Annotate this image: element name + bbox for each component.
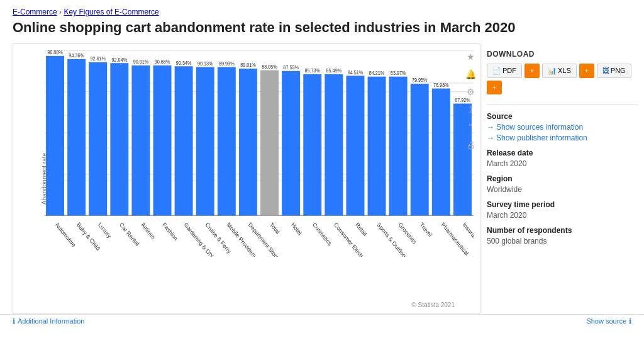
svg-text:Fashion: Fashion (162, 221, 179, 242)
survey-period-section: Survey time period March 2020 (487, 200, 638, 220)
release-date-value: March 2020 (487, 159, 638, 168)
svg-text:96.88%: 96.88% (47, 50, 63, 55)
print-icon[interactable]: 🖨 (464, 138, 477, 151)
xls-label: XLS (558, 67, 571, 74)
svg-text:79.95%: 79.95% (412, 77, 428, 83)
svg-text:89.01%: 89.01% (240, 62, 256, 68)
bar-travel[interactable] (411, 84, 429, 215)
statista-credit: © Statista 2021 (411, 302, 455, 308)
breadcrumb: E-Commerce › Key Figures of E-Commerce (0, 0, 644, 19)
svg-text:88.05%: 88.05% (262, 64, 277, 70)
sidebar: DOWNLOAD 📄 PDF + 📊 XLS + 🖼 PNG + (487, 43, 638, 314)
bell-icon[interactable]: 🔔 (464, 68, 477, 81)
svg-text:Cosmetics: Cosmetics (311, 221, 333, 247)
survey-period-label: Survey time period (487, 200, 638, 209)
svg-text:94.36%: 94.36% (69, 52, 84, 59)
svg-text:90.91%: 90.91% (133, 59, 149, 65)
svg-text:Total: Total (269, 221, 280, 235)
bar-groceries[interactable] (389, 76, 408, 215)
bar-luxury[interactable] (89, 62, 107, 215)
bar-gardening[interactable] (175, 66, 193, 215)
bar-airlines[interactable] (131, 65, 150, 215)
svg-text:Car Rental: Car Rental (119, 221, 140, 247)
settings-icon[interactable]: ⚙ (464, 86, 477, 98)
share-icon[interactable]: ⤴ (464, 103, 477, 116)
bar-consumer-elec[interactable] (325, 74, 343, 215)
source-section: Source Show sources information Show pub… (487, 112, 638, 142)
region-section: Region Worldwide (487, 174, 638, 194)
pdf-icon: 📄 (492, 67, 501, 75)
svg-text:84.51%: 84.51% (348, 69, 364, 76)
breadcrumb-separator: › (59, 8, 62, 16)
svg-text:Retail: Retail (355, 221, 368, 237)
additional-info-link[interactable]: ℹ Additional Information (13, 317, 84, 325)
show-sources-link[interactable]: Show sources information (487, 123, 638, 132)
png-icon: 🖼 (602, 67, 609, 74)
bar-cosmetics[interactable] (303, 74, 321, 215)
quote-icon[interactable]: " (464, 121, 477, 133)
bars-svg: 0% 25% 50% 75% 100% 125% 96.88% 94.36% 9… (45, 50, 474, 257)
star-icon[interactable]: ★ (464, 50, 477, 63)
bar-dept-store[interactable] (239, 69, 257, 215)
png-plus-button[interactable]: + (487, 81, 502, 94)
release-date-label: Release date (487, 149, 638, 157)
bar-car-rental[interactable] (110, 63, 128, 215)
show-source-label: Show source (586, 317, 626, 325)
breadcrumb-link2[interactable]: Key Figures of E-Commerce (64, 8, 158, 16)
bar-cruise[interactable] (196, 67, 214, 215)
bar-mobile[interactable] (218, 67, 236, 215)
svg-text:92.61%: 92.61% (90, 55, 106, 62)
svg-text:Consumer Electronics: Consumer Electronics (333, 221, 374, 257)
svg-text:Groceries: Groceries (397, 221, 418, 246)
region-label: Region (487, 174, 638, 183)
pdf-plus-button[interactable]: + (525, 64, 540, 78)
bar-fashion[interactable] (153, 65, 172, 215)
download-title: DOWNLOAD (487, 50, 638, 59)
chart-container: Abandonment rate 0% 25% 50% 75% 100% 125… (13, 43, 480, 314)
external-link-icon: ℹ (629, 317, 631, 325)
additional-info-label: Additional Information (18, 317, 84, 325)
bar-sports[interactable] (368, 76, 386, 215)
bar-retail[interactable] (346, 76, 364, 215)
release-date-section: Release date March 2020 (487, 149, 638, 168)
bar-baby-child[interactable] (67, 59, 86, 215)
png-label: PNG (611, 67, 626, 74)
svg-text:90.13%: 90.13% (197, 60, 213, 67)
svg-text:90.68%: 90.68% (155, 59, 170, 65)
svg-text:87.55%: 87.55% (283, 64, 299, 71)
source-label: Source (487, 112, 638, 121)
pdf-download-button[interactable]: 📄 PDF (487, 64, 522, 78)
png-download-button[interactable]: 🖼 PNG (597, 64, 631, 78)
svg-text:90.34%: 90.34% (176, 60, 192, 66)
svg-text:Hotel: Hotel (290, 221, 303, 236)
xls-icon: 📊 (548, 67, 557, 75)
respondents-value: 500 global brands (487, 237, 638, 246)
svg-text:89.93%: 89.93% (219, 60, 235, 67)
svg-text:Luxury: Luxury (97, 221, 112, 239)
svg-text:Airlines: Airlines (140, 221, 157, 240)
pdf-label: PDF (502, 67, 516, 74)
survey-period-value: March 2020 (487, 211, 638, 220)
bar-automotive[interactable] (46, 55, 64, 215)
breadcrumb-link1[interactable]: E-Commerce (13, 8, 57, 16)
respondents-label: Number of respondents (487, 226, 638, 235)
xls-plus-button[interactable]: + (579, 64, 594, 78)
svg-text:Automotive: Automotive (54, 221, 77, 248)
info-icon: ℹ (13, 317, 15, 325)
chart-footer: ℹ Additional Information Show source ℹ (0, 314, 644, 328)
svg-text:92.04%: 92.04% (112, 57, 128, 63)
svg-text:84.21%: 84.21% (369, 70, 385, 76)
bar-hotel[interactable] (282, 71, 300, 215)
bar-pharma[interactable] (432, 88, 450, 215)
svg-text:85.49%: 85.49% (326, 67, 342, 74)
svg-text:76.98%: 76.98% (433, 82, 449, 88)
svg-text:85.73%: 85.73% (304, 67, 320, 74)
bar-total[interactable] (260, 70, 279, 215)
xls-download-button[interactable]: 📊 XLS (542, 64, 577, 78)
page-title: Online shopping cart abandonment rate in… (0, 19, 644, 43)
show-source-link[interactable]: Show source ℹ (586, 317, 631, 325)
svg-text:Travel: Travel (419, 221, 433, 238)
respondents-section: Number of respondents 500 global brands (487, 226, 638, 246)
show-publisher-link[interactable]: Show publisher information (487, 133, 638, 142)
download-section: DOWNLOAD 📄 PDF + 📊 XLS + 🖼 PNG + (487, 50, 638, 94)
